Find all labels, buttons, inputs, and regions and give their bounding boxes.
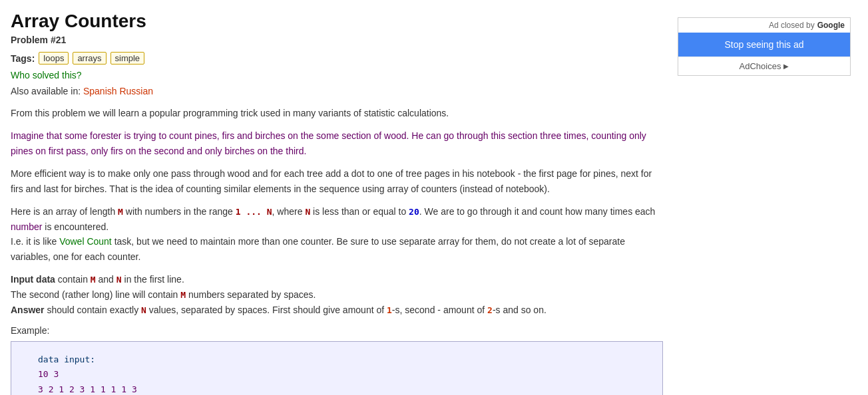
ad-choices-bar[interactable]: AdChoices ▶ bbox=[678, 57, 850, 75]
ad-choices-label: AdChoices bbox=[740, 61, 781, 71]
link-spanish[interactable]: Spanish bbox=[83, 86, 117, 96]
code-line-1: data input: bbox=[38, 352, 649, 367]
inline-range: 1 ... N bbox=[236, 207, 272, 217]
inline-M-2: M bbox=[91, 275, 96, 285]
problem-number: Problem #21 bbox=[11, 35, 663, 45]
inline-one: 1 bbox=[387, 305, 392, 315]
paragraph-2: Imagine that some forester is trying to … bbox=[11, 128, 663, 158]
tags-label: Tags: bbox=[11, 53, 35, 64]
text-number: number bbox=[11, 221, 42, 232]
main-content: Array Counters Problem #21 Tags: loops a… bbox=[11, 11, 663, 395]
tag-arrays[interactable]: arrays bbox=[73, 52, 106, 65]
ad-closed-text: Ad closed by bbox=[769, 21, 815, 30]
answer-bold: Answer bbox=[11, 305, 45, 315]
paragraph-3: More efficient way is to make only one p… bbox=[11, 166, 663, 196]
inline-N-2: N bbox=[116, 275, 122, 285]
ad-panel: Ad closed by Google Stop seeing this ad … bbox=[678, 17, 851, 76]
ad-closed-bar: Ad closed by Google bbox=[678, 18, 850, 33]
input-data-bold: Input data bbox=[11, 274, 55, 285]
tag-simple[interactable]: simple bbox=[110, 52, 145, 65]
inline-limit: 20 bbox=[409, 207, 419, 217]
link-russian[interactable]: Russian bbox=[119, 86, 153, 96]
also-available: Also available in: Spanish Russian bbox=[11, 86, 663, 96]
inline-N-3: N bbox=[141, 305, 146, 315]
ad-choices-icon: ▶ bbox=[783, 63, 789, 70]
inline-M-1: M bbox=[118, 207, 123, 217]
stop-seeing-ad-button[interactable]: Stop seeing this ad bbox=[678, 33, 850, 57]
also-available-prefix: Also available in: bbox=[11, 86, 81, 96]
tag-loops[interactable]: loops bbox=[39, 52, 69, 65]
example-label: Example: bbox=[11, 325, 663, 336]
tags-row: Tags: loops arrays simple bbox=[11, 52, 663, 65]
paragraph-range: Here is an array of length M with number… bbox=[11, 204, 663, 264]
page-title: Array Counters bbox=[11, 11, 663, 32]
code-example-box: data input: 10 3 3 2 1 2 3 1 1 1 1 3 ans… bbox=[11, 341, 663, 395]
vowel-count-link: Vowel Count bbox=[59, 236, 112, 247]
who-solved-link[interactable]: Who solved this? bbox=[11, 70, 663, 80]
code-line-3: 3 2 1 2 3 1 1 1 1 3 bbox=[38, 382, 649, 396]
paragraph-1: From this problem we will learn a popula… bbox=[11, 106, 663, 120]
code-line-2: 10 3 bbox=[38, 367, 649, 382]
inline-N-1: N bbox=[305, 207, 310, 217]
paragraph-input: Input data contain M and N in the first … bbox=[11, 272, 663, 317]
inline-M-3: M bbox=[180, 290, 186, 300]
inline-two: 2 bbox=[487, 305, 493, 315]
google-logo-text: Google bbox=[817, 21, 845, 30]
